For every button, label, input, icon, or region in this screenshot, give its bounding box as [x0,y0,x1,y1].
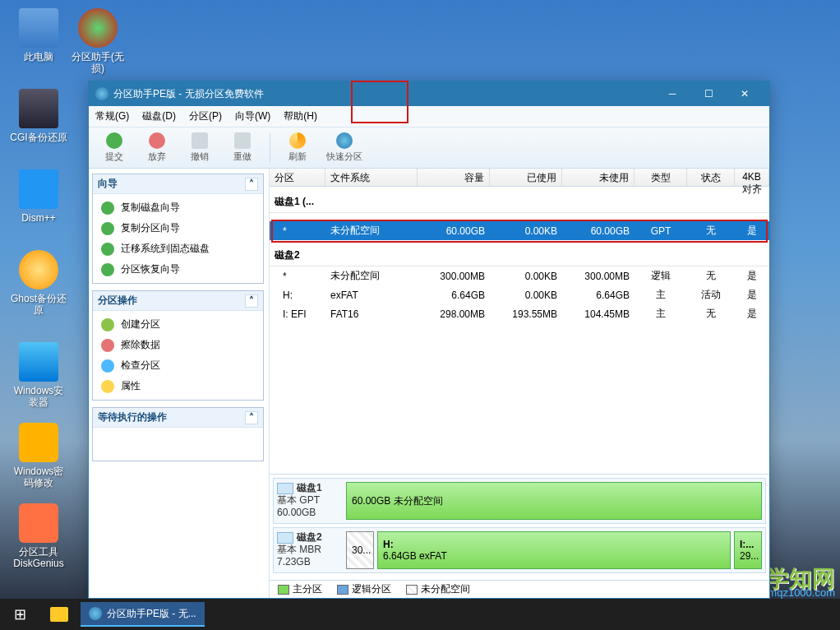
disk-group-2[interactable]: 磁盘2 [270,240,769,266]
toolbar-quick-partition[interactable]: 快速分区 [320,130,369,166]
panel-wizard: 向导˄ 复制磁盘向导 复制分区向导 迁移系统到固态磁盘 分区恢复向导 [92,174,264,284]
collapse-icon[interactable]: ˄ [245,411,258,424]
legend: 主分区 逻辑分区 未分配空间 [270,580,769,598]
left-pane: 向导˄ 复制磁盘向导 复制分区向导 迁移系统到固态磁盘 分区恢复向导 分区操作˄… [89,169,270,598]
titlebar[interactable]: 分区助手PE版 - 无损分区免费软件 ─ ☐ ✕ [89,81,769,106]
desktop-icon-cgi[interactable]: CGI备份还原 [10,89,67,143]
desktop-icon-partassist[interactable]: 分区助手(无损) [69,8,127,74]
taskbar: ⊞ 分区助手PE版 - 无... [0,599,840,630]
op-wipe[interactable]: 擦除数据 [93,335,263,355]
disk-icon [277,483,293,494]
toolbar-discard[interactable]: 放弃 [136,130,178,166]
taskbar-explorer[interactable] [39,599,79,630]
wizard-migrate-ssd[interactable]: 迁移系统到固态磁盘 [93,239,263,259]
partition-row[interactable]: H:exFAT6.64GB0.00KB6.64GB主活动是 [270,285,769,304]
menu-help[interactable]: 帮助(H) [284,109,317,123]
menu-partition[interactable]: 分区(P) [189,109,222,123]
partition-bar-unalloc[interactable]: 30... [346,531,374,569]
desktop-icon-wininstall[interactable]: Windows安装器 [10,342,67,408]
quick-partition-icon [336,132,353,149]
disk-map-2[interactable]: 磁盘2基本 MBR7.23GB 30... H:6.64GB exFAT I:.… [273,527,766,573]
redo-icon [234,132,251,149]
app-icon [95,87,108,100]
maximize-button[interactable]: ☐ [690,81,727,106]
wizard-copy-disk[interactable]: 复制磁盘向导 [93,197,263,218]
op-check[interactable]: 检查分区 [93,355,263,376]
discard-icon [149,132,165,149]
partition-bar-h[interactable]: H:6.64GB exFAT [377,531,731,569]
panel-ops: 分区操作˄ 创建分区 擦除数据 检查分区 属性 [92,290,264,401]
partition-row[interactable]: *未分配空间300.00MB0.00KB300.00MB逻辑无是 [270,266,769,285]
minimize-button[interactable]: ─ [654,81,690,106]
collapse-icon[interactable]: ˄ [245,178,258,191]
disk-map-1[interactable]: 磁盘1基本 GPT60.00GB 60.00GB 未分配空间 [273,478,766,524]
check-icon [106,132,122,149]
toolbar-refresh[interactable]: 刷新 [277,130,318,166]
toolbar: 提交 放弃 撤销 重做 刷新 快速分区 [89,127,769,169]
op-props[interactable]: 属性 [93,376,263,396]
menu-wizard[interactable]: 向导(W) [235,109,270,123]
op-create[interactable]: 创建分区 [93,314,263,335]
window-title: 分区助手PE版 - 无损分区免费软件 [113,87,654,101]
desktop-icon-this-pc[interactable]: 此电脑 [10,8,67,63]
partition-row[interactable]: I: EFIFAT16298.00MB193.55MB104.45MB主无是 [270,304,769,323]
menu-general[interactable]: 常规(G) [95,109,129,123]
disk-icon [277,532,293,544]
disk-map-area: 磁盘1基本 GPT60.00GB 60.00GB 未分配空间 磁盘2基本 MBR… [270,474,769,580]
taskbar-app[interactable]: 分区助手PE版 - 无... [81,602,205,627]
right-pane: 分区 文件系统 容量 已使用 未使用 类型 状态 4KB对齐 磁盘1 (... … [270,169,769,598]
menu-disk[interactable]: 磁盘(D) [142,109,176,123]
refresh-icon [289,132,306,149]
grid-header: 分区 文件系统 容量 已使用 未使用 类型 状态 4KB对齐 [270,169,769,187]
partition-bar-unalloc[interactable]: 60.00GB 未分配空间 [346,482,762,520]
toolbar-undo[interactable]: 撤销 [179,130,220,166]
toolbar-redo[interactable]: 重做 [222,130,263,166]
toolbar-commit[interactable]: 提交 [94,130,135,166]
partition-row-selected[interactable]: *未分配空间60.00GB0.00KB60.00GBGPT无是 [270,221,769,240]
collapse-icon[interactable]: ˄ [245,294,258,308]
panel-pending: 等待执行的操作˄ [92,407,264,461]
desktop-icon-diskgenius[interactable]: 分区工具DiskGenius [10,503,67,569]
wizard-recover[interactable]: 分区恢复向导 [93,259,263,280]
undo-icon [192,132,208,149]
folder-icon [50,607,68,622]
desktop-icon-ghost[interactable]: Ghost备份还原 [10,250,67,316]
desktop-icon-dism[interactable]: Dism++ [10,169,67,224]
start-button[interactable]: ⊞ [0,599,39,630]
app-icon [89,607,102,620]
disk-group-1[interactable]: 磁盘1 (... [270,187,769,213]
close-button[interactable]: ✕ [727,81,763,106]
toolbar-separator [270,133,270,163]
partition-bar-i[interactable]: I:...29... [734,531,762,569]
desktop-icon-winpwd[interactable]: Windows密码修改 [10,423,67,489]
app-window: 分区助手PE版 - 无损分区免费软件 ─ ☐ ✕ 常规(G) 磁盘(D) 分区(… [88,81,770,599]
wizard-copy-partition[interactable]: 复制分区向导 [93,218,263,239]
grid-body: 磁盘1 (... *未分配空间60.00GB0.00KB60.00GBGPT无是… [270,187,769,474]
menubar: 常规(G) 磁盘(D) 分区(P) 向导(W) 帮助(H) [89,106,769,127]
